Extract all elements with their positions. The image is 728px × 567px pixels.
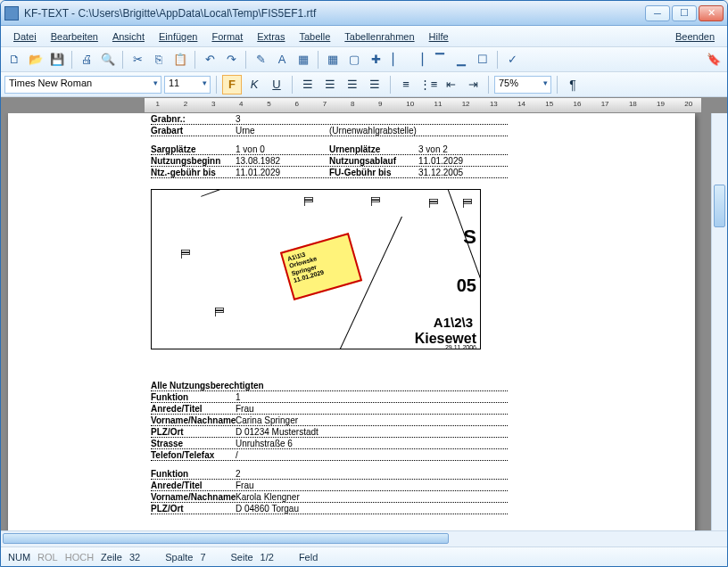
menu-hilfe[interactable]: Hilfe xyxy=(422,29,456,44)
status-zeile-label: Zeile xyxy=(101,552,122,563)
redo-icon[interactable]: ↷ xyxy=(221,50,241,70)
zoom-combo[interactable]: 75% xyxy=(494,76,551,94)
menu-format[interactable]: Format xyxy=(204,29,250,44)
status-seite-label: Seite xyxy=(231,552,253,563)
scrollbar-horizontal[interactable] xyxy=(1,530,727,546)
status-hoch: HOCH xyxy=(65,552,94,563)
spellcheck-icon[interactable]: ✓ xyxy=(502,50,522,70)
font-color-icon[interactable]: A xyxy=(272,50,292,70)
status-spalte-value: 7 xyxy=(200,552,205,563)
window-title: KF-TEXT - C:\Users\Brigitte\AppData\Loca… xyxy=(24,7,645,20)
bookmark-icon[interactable]: 🔖 xyxy=(704,50,724,70)
new-icon[interactable]: 🗋 xyxy=(4,50,24,70)
indent-icon[interactable]: ⇥ xyxy=(463,75,483,94)
border-top-icon[interactable]: ▔ xyxy=(430,50,450,70)
open-icon[interactable]: 📂 xyxy=(26,50,46,70)
minimize-button[interactable]: ─ xyxy=(645,5,670,21)
status-rol: ROL xyxy=(37,552,58,563)
preview-icon[interactable]: 🔍 xyxy=(98,50,118,70)
align-center-icon[interactable]: ☰ xyxy=(320,75,340,94)
scrollbar-vertical[interactable] xyxy=(711,113,727,530)
pilcrow-icon[interactable]: ¶ xyxy=(563,75,583,94)
statusbar: NUM ROL HOCH Zeile 32 Spalte 7 Seite 1/2… xyxy=(1,546,727,566)
section-nutzungsberechtigten: Alle Nutzungsberechtigten xyxy=(151,380,508,391)
toolbar-format: Times New Roman 11 F K U ☰ ☰ ☰ ☰ ≡ ⋮≡ ⇤ … xyxy=(1,72,727,97)
print-icon[interactable]: 🖨 xyxy=(77,50,96,70)
border-inner-icon[interactable]: ✚ xyxy=(366,50,385,70)
border-outer-icon[interactable]: ▢ xyxy=(344,50,364,70)
border-right-icon[interactable]: ▕ xyxy=(409,50,428,70)
menubar: Datei Bearbeiten Ansicht Einfügen Format… xyxy=(1,26,727,47)
menu-datei[interactable]: Datei xyxy=(6,29,44,44)
menu-extras[interactable]: Extras xyxy=(250,29,292,44)
status-feld-label: Feld xyxy=(299,552,318,563)
cut-icon[interactable]: ✂ xyxy=(128,50,147,70)
list-numbered-icon[interactable]: ≡ xyxy=(396,75,416,94)
menu-beenden[interactable]: Beenden xyxy=(668,29,722,44)
font-size-combo[interactable]: 11 xyxy=(164,76,211,94)
status-spalte-label: Spalte xyxy=(165,552,193,563)
italic-button[interactable]: K xyxy=(244,75,264,94)
menu-einfuegen[interactable]: Einfügen xyxy=(152,29,204,44)
menu-tabellenrahmen[interactable]: Tabellenrahmen xyxy=(337,29,421,44)
menu-tabelle[interactable]: Tabelle xyxy=(292,29,337,44)
page[interactable]: Grabnr.:3 GrabartUrne(Urnenwahlgrabstell… xyxy=(8,113,695,530)
ruler[interactable]: 12 34 56 78 910 1112 1314 1516 1718 1920 xyxy=(144,97,702,113)
menu-ansicht[interactable]: Ansicht xyxy=(105,29,152,44)
menu-bearbeiten[interactable]: Bearbeiten xyxy=(44,29,105,44)
close-button[interactable]: ✕ xyxy=(699,5,724,21)
align-right-icon[interactable]: ☰ xyxy=(343,75,362,94)
titlebar: KF-TEXT - C:\Users\Brigitte\AppData\Loca… xyxy=(1,1,727,26)
copy-icon[interactable]: ⎘ xyxy=(149,50,169,70)
border-bottom-icon[interactable]: ▁ xyxy=(451,50,471,70)
align-justify-icon[interactable]: ☰ xyxy=(365,75,385,94)
status-seite-value: 1/2 xyxy=(261,552,274,563)
border-none-icon[interactable]: ☐ xyxy=(473,50,492,70)
undo-icon[interactable]: ↶ xyxy=(200,50,219,70)
toolbar-main: 🗋 📂 💾 🖨 🔍 ✂ ⎘ 📋 ↶ ↷ ✎ A ▦ ▦ ▢ ✚ ▏ ▕ ▔ ▁ … xyxy=(1,47,727,72)
list-bullet-icon[interactable]: ⋮≡ xyxy=(418,75,438,94)
highlighted-plot: A1\1\3 Orlowske Springer 11.01.2029 xyxy=(280,233,362,300)
maximize-button[interactable]: ☐ xyxy=(672,5,697,21)
outdent-icon[interactable]: ⇤ xyxy=(441,75,460,94)
status-zeile-value: 32 xyxy=(129,552,140,563)
label-grabart: Grabart xyxy=(151,126,236,136)
label-grabnr: Grabnr.: xyxy=(151,114,236,124)
highlight-icon[interactable]: ✎ xyxy=(251,50,270,70)
bold-button[interactable]: F xyxy=(222,75,242,94)
ruler-row: 12 34 56 78 910 1112 1314 1516 1718 1920 xyxy=(1,97,727,113)
border-left-icon[interactable]: ▏ xyxy=(387,50,407,70)
save-icon[interactable]: 💾 xyxy=(47,50,67,70)
table-insert-icon[interactable]: ▦ xyxy=(294,50,313,70)
status-num: NUM xyxy=(8,552,30,563)
underline-button[interactable]: U xyxy=(267,75,286,94)
border-all-icon[interactable]: ▦ xyxy=(323,50,343,70)
document-area: Grabnr.:3 GrabartUrne(Urnenwahlgrabstell… xyxy=(1,113,727,530)
paste-icon[interactable]: 📋 xyxy=(170,50,190,70)
app-icon xyxy=(4,6,19,21)
font-combo[interactable]: Times New Roman xyxy=(4,76,161,94)
plot-map: ⛿ ⛿ ⛿ ⛿ ⛿ ⛿ A1\1\3 Orlowske Springer 11.… xyxy=(151,189,481,349)
align-left-icon[interactable]: ☰ xyxy=(298,75,318,94)
